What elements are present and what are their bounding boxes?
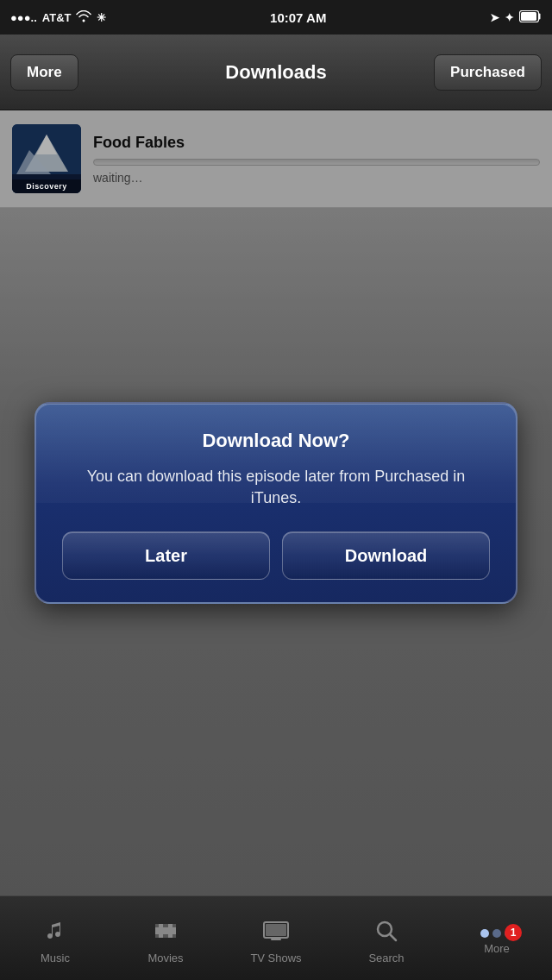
later-button[interactable]: Later <box>62 531 270 580</box>
tab-search[interactable]: Search <box>331 912 442 964</box>
dot-2 <box>492 929 501 938</box>
dialog-title: Download Now? <box>62 430 490 452</box>
tab-movies[interactable]: Movies <box>110 912 221 964</box>
wifi-icon <box>76 10 91 25</box>
more-button[interactable]: More <box>10 54 78 91</box>
nav-bar: More Downloads Purchased <box>0 35 552 110</box>
dialog-message: You can download this episode later from… <box>62 466 490 509</box>
activity-icon: ✳ <box>97 11 106 24</box>
nav-title: Downloads <box>225 61 326 84</box>
more-badge: 1 <box>505 924 522 941</box>
svg-rect-13 <box>163 934 168 938</box>
svg-rect-11 <box>172 934 176 938</box>
svg-line-19 <box>390 934 396 940</box>
svg-rect-17 <box>274 938 278 939</box>
search-label: Search <box>368 952 404 964</box>
music-icon <box>43 919 67 947</box>
dialog-buttons: Later Download <box>62 531 490 580</box>
thumbnail-label: Discovery <box>12 179 81 193</box>
movies-icon <box>154 919 178 947</box>
status-right: ➤ ✦ <box>490 10 542 25</box>
status-bar: ●●●.. AT&T ✳ 10:07 AM ➤ ✦ <box>0 0 552 35</box>
dialog: Download Now? You can download this epis… <box>34 402 518 604</box>
content-area: Discovery Food Fables waiting… Download … <box>0 110 552 895</box>
location-icon: ➤ <box>490 11 499 24</box>
tab-music[interactable]: Music <box>0 912 110 964</box>
signal-icon: ●●●.. <box>10 11 37 24</box>
svg-rect-10 <box>155 934 159 938</box>
bluetooth-icon: ✦ <box>505 11 514 24</box>
svg-rect-8 <box>155 924 159 927</box>
carrier-label: AT&T <box>42 11 72 24</box>
dot-1 <box>480 929 489 938</box>
purchased-button[interactable]: Purchased <box>434 54 542 91</box>
movies-label: Movies <box>147 952 183 964</box>
dialog-overlay: Download Now? You can download this epis… <box>0 110 552 895</box>
tab-bar: Music Movies TV Shows <box>0 895 552 980</box>
tvshows-label: TV Shows <box>250 952 301 964</box>
status-time: 10:07 AM <box>270 10 326 25</box>
tab-tvshows[interactable]: TV Shows <box>221 912 331 964</box>
tab-more[interactable]: 1 More <box>442 922 552 955</box>
download-button[interactable]: Download <box>282 531 490 580</box>
battery-icon <box>519 10 542 25</box>
svg-rect-1 <box>521 12 536 21</box>
svg-rect-12 <box>163 924 168 927</box>
more-icon-container: 1 <box>480 929 513 938</box>
search-icon <box>374 919 398 947</box>
music-label: Music <box>41 952 70 964</box>
svg-rect-15 <box>266 924 286 936</box>
more-tab-label: More <box>484 942 510 955</box>
status-left: ●●●.. AT&T ✳ <box>10 10 106 25</box>
svg-rect-9 <box>172 924 176 927</box>
tvshows-icon <box>262 919 290 947</box>
